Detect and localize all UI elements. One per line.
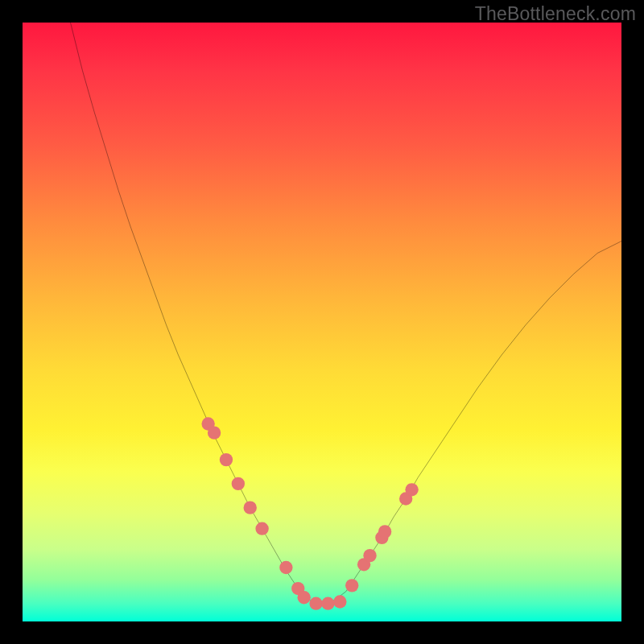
marker-point xyxy=(399,492,412,505)
marker-point xyxy=(345,579,358,592)
marker-point xyxy=(255,522,268,535)
marker-point xyxy=(220,453,233,466)
marker-point xyxy=(309,597,322,609)
marker-point xyxy=(378,525,391,538)
sample-markers xyxy=(23,23,621,621)
marker-point xyxy=(232,477,245,490)
marker-point xyxy=(375,531,388,544)
marker-point xyxy=(357,558,370,571)
marker-point xyxy=(279,561,292,574)
marker-point xyxy=(208,426,221,439)
marker-point xyxy=(297,591,310,604)
chart-frame: TheBottleneck.com xyxy=(0,0,644,644)
chart-plot-area xyxy=(23,23,621,621)
marker-point xyxy=(405,483,418,496)
marker-point xyxy=(291,582,304,595)
marker-point xyxy=(333,595,346,608)
marker-point xyxy=(363,549,376,562)
watermark-text: TheBottleneck.com xyxy=(475,3,636,25)
bottleneck-curve xyxy=(23,23,621,621)
marker-point xyxy=(321,597,334,609)
marker-point xyxy=(201,417,214,430)
marker-point xyxy=(244,501,257,514)
